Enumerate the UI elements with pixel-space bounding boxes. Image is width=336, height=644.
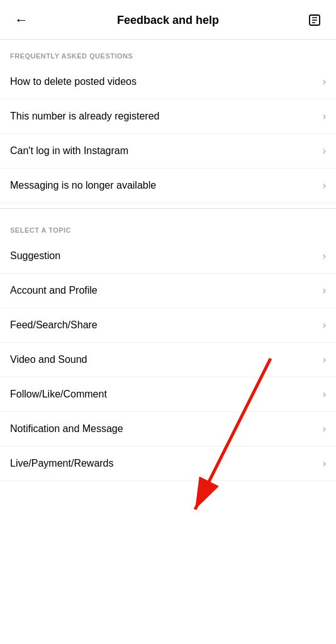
topic-item-1: Account and Profile: [10, 285, 98, 296]
edit-icon: [308, 13, 322, 27]
chevron-icon-t5: ›: [323, 423, 326, 435]
list-item[interactable]: Messaging is no longer available ›: [0, 169, 336, 203]
chevron-icon-3: ›: [323, 180, 326, 191]
faq-item-3: Messaging is no longer available: [10, 180, 156, 191]
list-item[interactable]: Follow/Like/Comment ›: [0, 377, 336, 412]
edit-button[interactable]: [303, 9, 326, 31]
topic-item-6: Live/Payment/Rewards: [10, 458, 114, 469]
list-item[interactable]: Live/Payment/Rewards ›: [0, 447, 336, 481]
chevron-icon-0: ›: [323, 76, 326, 87]
chevron-icon-t4: ›: [323, 389, 326, 400]
chevron-icon-1: ›: [323, 111, 326, 122]
faq-item-2: Can't log in with Instagram: [10, 145, 128, 157]
faq-section-label: FREQUENTLY ASKED QUESTIONS: [0, 40, 336, 65]
chevron-icon-t1: ›: [323, 285, 326, 296]
list-item[interactable]: How to delete posted videos ›: [0, 65, 336, 99]
list-item[interactable]: Feed/Search/Share ›: [0, 308, 336, 343]
topic-item-4: Follow/Like/Comment: [10, 389, 107, 400]
list-item[interactable]: This number is already registered ›: [0, 99, 336, 134]
topic-item-5: Notification and Message: [10, 423, 123, 435]
section-divider: [0, 208, 336, 209]
chevron-icon-t0: ›: [323, 250, 326, 262]
page-title: Feedback and help: [33, 14, 303, 27]
back-arrow-icon: ←: [14, 12, 28, 28]
chevron-icon-t6: ›: [323, 458, 326, 469]
list-item[interactable]: Video and Sound ›: [0, 343, 336, 377]
faq-item-1: This number is already registered: [10, 111, 159, 122]
list-item[interactable]: Can't log in with Instagram ›: [0, 134, 336, 169]
topic-section-label: SELECT A TOPIC: [0, 214, 336, 239]
topic-item-0: Suggestion: [10, 250, 60, 262]
topic-item-3: Video and Sound: [10, 354, 87, 365]
topic-item-2: Feed/Search/Share: [10, 319, 98, 331]
faq-item-0: How to delete posted videos: [10, 76, 137, 87]
chevron-icon-t2: ›: [323, 319, 326, 331]
back-button[interactable]: ←: [10, 9, 33, 31]
chevron-icon-2: ›: [323, 145, 326, 157]
list-item[interactable]: Account and Profile ›: [0, 274, 336, 308]
chevron-icon-t3: ›: [323, 354, 326, 365]
list-item[interactable]: Suggestion ›: [0, 239, 336, 274]
header: ← Feedback and help: [0, 0, 336, 40]
list-item[interactable]: Notification and Message ›: [0, 412, 336, 447]
